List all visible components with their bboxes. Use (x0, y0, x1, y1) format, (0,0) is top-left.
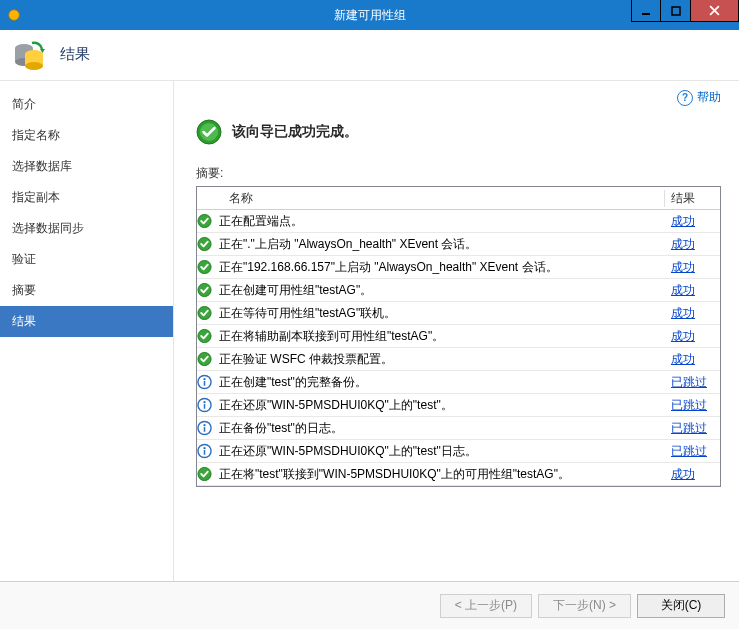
result-link[interactable]: 成功 (671, 329, 695, 343)
wizard-body: 简介指定名称选择数据库指定副本选择数据同步验证摘要结果 ? 帮助 该向导已成功完… (0, 80, 739, 581)
success-header: 该向导已成功完成。 (196, 119, 721, 145)
window-controls (631, 0, 739, 22)
svg-point-31 (203, 447, 205, 449)
result-link[interactable]: 成功 (671, 467, 695, 481)
close-button[interactable] (691, 0, 739, 22)
wizard-header: 结果 (0, 30, 739, 80)
help-icon: ? (677, 90, 693, 106)
success-icon (197, 213, 213, 229)
row-name: 正在"."上启动 "AlwaysOn_health" XEvent 会话。 (213, 236, 665, 253)
title-bar: 新建可用性组 (0, 0, 739, 30)
info-icon (197, 397, 213, 413)
table-row: 正在创建"test"的完整备份。已跳过 (197, 371, 720, 394)
row-result: 已跳过 (665, 420, 720, 437)
sidebar-item-3[interactable]: 指定副本 (0, 182, 173, 213)
row-name: 正在配置端点。 (213, 213, 665, 230)
success-icon (197, 236, 213, 252)
svg-rect-2 (672, 7, 680, 15)
sidebar-item-7[interactable]: 结果 (0, 306, 173, 337)
maximize-button[interactable] (661, 0, 691, 22)
row-result: 成功 (665, 213, 720, 230)
grid-header: 名称 结果 (197, 187, 720, 210)
help-label: 帮助 (697, 89, 721, 106)
result-link[interactable]: 成功 (671, 283, 695, 297)
success-icon (196, 119, 222, 145)
row-result: 成功 (665, 328, 720, 345)
result-link[interactable]: 已跳过 (671, 375, 707, 389)
svg-rect-29 (204, 427, 206, 432)
table-row: 正在将"test"联接到"WIN-5PMSDHUI0KQ"上的可用性组"test… (197, 463, 720, 486)
svg-point-0 (9, 10, 20, 21)
sidebar-item-6[interactable]: 摘要 (0, 275, 173, 306)
wizard-footer: < 上一步(P) 下一步(N) > 关闭(C) (0, 581, 739, 629)
result-link[interactable]: 成功 (671, 237, 695, 251)
table-row: 正在"."上启动 "AlwaysOn_health" XEvent 会话。成功 (197, 233, 720, 256)
page-title: 结果 (60, 45, 90, 64)
grid-header-name: 名称 (223, 190, 665, 207)
table-row: 正在等待可用性组"testAG"联机。成功 (197, 302, 720, 325)
row-result: 成功 (665, 305, 720, 322)
row-name: 正在"192.168.66.157"上启动 "AlwaysOn_health" … (213, 259, 665, 276)
row-name: 正在备份"test"的日志。 (213, 420, 665, 437)
row-name: 正在将"test"联接到"WIN-5PMSDHUI0KQ"上的可用性组"test… (213, 466, 665, 483)
wizard-sidebar: 简介指定名称选择数据库指定副本选择数据同步验证摘要结果 (0, 81, 174, 581)
svg-rect-1 (642, 13, 650, 15)
svg-rect-26 (204, 404, 206, 409)
table-row: 正在还原"WIN-5PMSDHUI0KQ"上的"test"。已跳过 (197, 394, 720, 417)
success-icon (197, 305, 213, 321)
row-name: 正在验证 WSFC 仲裁投票配置。 (213, 351, 665, 368)
sidebar-item-2[interactable]: 选择数据库 (0, 151, 173, 182)
next-button: 下一步(N) > (538, 594, 631, 618)
previous-button: < 上一步(P) (440, 594, 532, 618)
table-row: 正在备份"test"的日志。已跳过 (197, 417, 720, 440)
table-row: 正在验证 WSFC 仲裁投票配置。成功 (197, 348, 720, 371)
success-icon (197, 351, 213, 367)
row-result: 已跳过 (665, 397, 720, 414)
result-link[interactable]: 已跳过 (671, 444, 707, 458)
wizard-header-icon (12, 37, 48, 73)
results-grid: 名称 结果 正在配置端点。成功正在"."上启动 "AlwaysOn_health… (196, 186, 721, 487)
result-link[interactable]: 已跳过 (671, 398, 707, 412)
row-name: 正在等待可用性组"testAG"联机。 (213, 305, 665, 322)
minimize-button[interactable] (631, 0, 661, 22)
result-link[interactable]: 成功 (671, 352, 695, 366)
result-link[interactable]: 成功 (671, 260, 695, 274)
row-result: 成功 (665, 259, 720, 276)
row-result: 成功 (665, 466, 720, 483)
success-icon (197, 259, 213, 275)
svg-rect-32 (204, 450, 206, 455)
row-result: 成功 (665, 351, 720, 368)
result-link[interactable]: 已跳过 (671, 421, 707, 435)
sidebar-item-0[interactable]: 简介 (0, 89, 173, 120)
row-result: 成功 (665, 236, 720, 253)
table-row: 正在"192.168.66.157"上启动 "AlwaysOn_health" … (197, 256, 720, 279)
row-name: 正在创建可用性组"testAG"。 (213, 282, 665, 299)
sidebar-item-5[interactable]: 验证 (0, 244, 173, 275)
app-icon (6, 7, 22, 23)
svg-point-10 (25, 62, 43, 70)
row-result: 已跳过 (665, 443, 720, 460)
grid-header-result: 结果 (665, 190, 720, 207)
close-wizard-button[interactable]: 关闭(C) (637, 594, 725, 618)
wizard-main: ? 帮助 该向导已成功完成。 摘要: 名称 结果 正在配置端点。成功正在"."上… (174, 81, 739, 581)
row-name: 正在创建"test"的完整备份。 (213, 374, 665, 391)
result-link[interactable]: 成功 (671, 306, 695, 320)
success-icon (197, 328, 213, 344)
svg-point-28 (203, 424, 205, 426)
help-link[interactable]: ? 帮助 (677, 89, 721, 106)
info-icon (197, 443, 213, 459)
table-row: 正在配置端点。成功 (197, 210, 720, 233)
summary-label: 摘要: (196, 165, 721, 182)
sidebar-item-1[interactable]: 指定名称 (0, 120, 173, 151)
window-title: 新建可用性组 (0, 7, 739, 24)
sidebar-item-4[interactable]: 选择数据同步 (0, 213, 173, 244)
success-icon (197, 282, 213, 298)
row-result: 已跳过 (665, 374, 720, 391)
svg-point-22 (203, 378, 205, 380)
table-row: 正在将辅助副本联接到可用性组"testAG"。成功 (197, 325, 720, 348)
svg-rect-23 (204, 381, 206, 386)
result-link[interactable]: 成功 (671, 214, 695, 228)
row-name: 正在还原"WIN-5PMSDHUI0KQ"上的"test"日志。 (213, 443, 665, 460)
table-row: 正在还原"WIN-5PMSDHUI0KQ"上的"test"日志。已跳过 (197, 440, 720, 463)
row-result: 成功 (665, 282, 720, 299)
